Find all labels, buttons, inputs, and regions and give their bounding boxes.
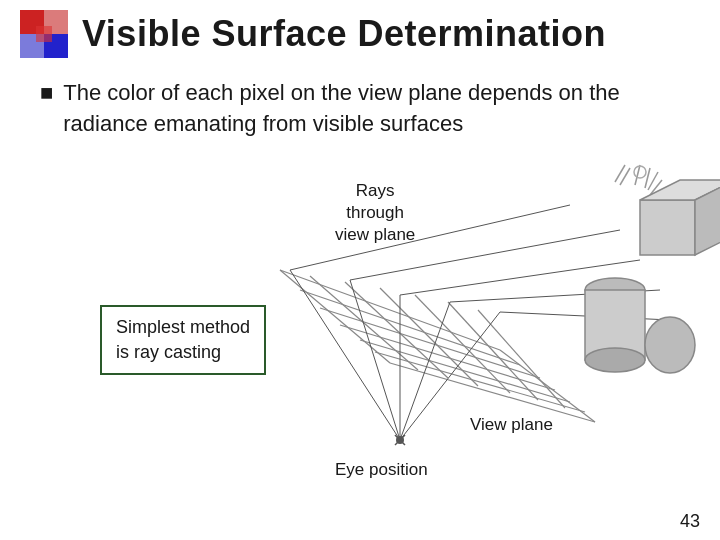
page-title: Visible Surface Determination: [82, 13, 606, 55]
svg-line-6: [300, 290, 520, 365]
light-source: [615, 165, 662, 195]
svg-line-12: [280, 270, 390, 363]
svg-rect-37: [640, 200, 695, 255]
rays-label: Rays through view plane: [335, 180, 415, 246]
logo-icon: [20, 10, 68, 58]
svg-line-10: [375, 352, 585, 412]
view-plane-label: View plane: [470, 415, 553, 435]
simplest-line2: is ray casting: [116, 342, 221, 362]
svg-line-5: [280, 270, 500, 350]
svg-line-8: [340, 325, 555, 390]
simplest-line1: Simplest method: [116, 317, 250, 337]
diagram-area: Rays through view plane Simplest method …: [40, 150, 680, 470]
bullet-item: ■ The color of each pixel on the view pl…: [40, 78, 680, 140]
svg-line-16: [415, 295, 510, 393]
bullet-marker: ■: [40, 80, 53, 106]
content-area: ■ The color of each pixel on the view pl…: [0, 68, 720, 480]
svg-line-9: [360, 340, 570, 402]
svg-point-43: [645, 317, 695, 373]
page-number: 43: [680, 511, 700, 532]
svg-rect-4: [36, 26, 52, 42]
svg-point-42: [585, 348, 645, 372]
cylinder-object: [585, 278, 645, 372]
eye-position-label: Eye position: [335, 460, 428, 480]
sphere-object: [645, 317, 695, 373]
diagram-svg: [200, 150, 720, 470]
header: Visible Surface Determination: [0, 0, 720, 68]
cube-object: [640, 180, 720, 255]
svg-line-14: [345, 282, 448, 378]
view-plane-grid: [280, 270, 595, 422]
bullet-text: The color of each pixel on the view plan…: [63, 78, 680, 140]
svg-line-13: [310, 276, 418, 370]
simplest-method-box: Simplest method is ray casting: [100, 305, 266, 375]
svg-line-32: [290, 205, 570, 270]
